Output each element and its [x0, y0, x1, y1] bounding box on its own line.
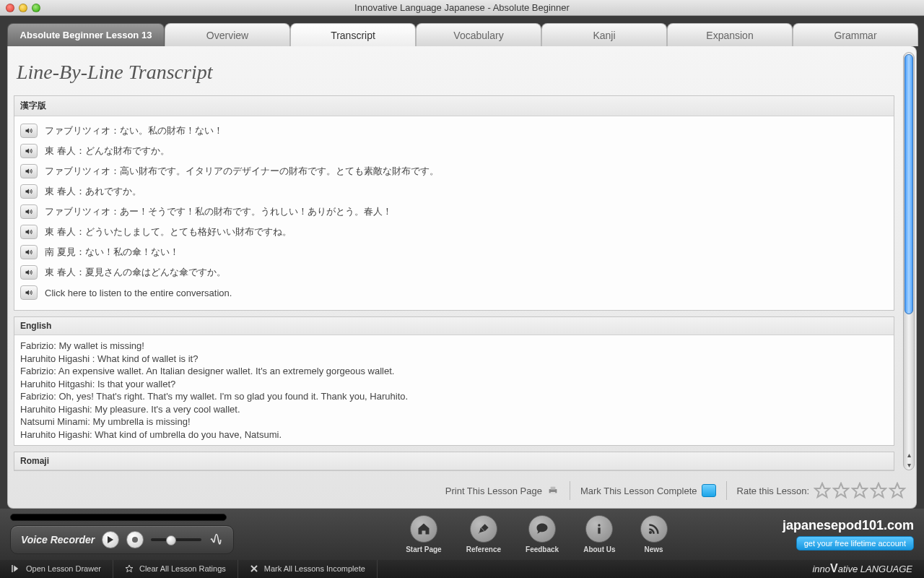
tab-kanji[interactable]: Kanji: [541, 23, 667, 46]
english-line: Haruhito Hitgashi: Is that your wallet?: [20, 378, 888, 391]
voice-recorder: Voice Recorder: [10, 525, 234, 554]
nav-reference[interactable]: Reference: [466, 515, 501, 553]
minimize-window-button[interactable]: [19, 4, 27, 12]
play-line-button[interactable]: [20, 285, 38, 300]
tab-vocabulary[interactable]: Vocabulary: [416, 23, 541, 46]
transcript-text: ファブリツィオ：ない。私の財布！ない！: [45, 124, 223, 137]
transcript-text: ファブリツィオ：高い財布です。イタリアのデザイナーの財布です。とても素敵な財布で…: [45, 165, 439, 178]
nav-feedback[interactable]: Feedback: [526, 515, 559, 553]
home-icon: [417, 522, 431, 536]
nav-label: Reference: [466, 545, 501, 553]
svg-marker-5: [853, 483, 867, 497]
scroll-up-arrow-icon[interactable]: ▴: [904, 449, 914, 460]
rate-star-1[interactable]: [814, 482, 831, 499]
print-lesson-button[interactable]: Print This Lesson Page: [445, 485, 559, 496]
record-button[interactable]: [126, 531, 144, 548]
print-lesson-label: Print This Lesson Page: [445, 486, 542, 496]
divider: [726, 481, 727, 500]
mark-incomplete-button[interactable]: Mark All Lessons Incomplete: [238, 560, 378, 578]
x-icon: [250, 564, 258, 573]
clear-ratings-button[interactable]: Clear All Lesson Ratings: [113, 560, 238, 578]
transcript-line: 南 夏見：ない！私の傘！ない！: [20, 242, 888, 262]
brand-site: japanesepod101.com: [783, 518, 914, 533]
nav-label: About Us: [583, 545, 615, 553]
kanji-block-title: 漢字版: [14, 96, 894, 116]
romaji-block-title: Romaji: [14, 452, 894, 470]
nav-label: Start Page: [406, 545, 441, 553]
play-line-button[interactable]: [20, 245, 38, 259]
transcript-line: Click here to listen to the entire conve…: [20, 282, 888, 303]
tab-expansion[interactable]: Expansion: [667, 23, 793, 46]
svg-point-12: [649, 531, 652, 534]
english-line: Fabrizio: My wallet is missing!: [20, 340, 888, 353]
transcript-text[interactable]: Click here to listen to the entire conve…: [45, 288, 232, 298]
transcript-text: 東 春人：あれですか。: [45, 185, 141, 198]
zoom-window-button[interactable]: [32, 4, 40, 12]
sound-wave-icon: [209, 532, 223, 547]
brand-box: japanesepod101.com get your free lifetim…: [783, 518, 914, 551]
playback-progress[interactable]: [10, 514, 227, 521]
svg-marker-8: [108, 536, 113, 543]
rate-star-3[interactable]: [851, 482, 868, 499]
scroll-down-arrow-icon[interactable]: ▾: [904, 460, 914, 470]
tab-grammar[interactable]: Grammar: [793, 23, 918, 46]
record-icon: [131, 536, 139, 543]
english-block-title: English: [14, 317, 894, 335]
status-bar: Open Lesson Drawer Clear All Lesson Rati…: [0, 560, 924, 578]
play-button[interactable]: [102, 531, 119, 548]
transcript-line: 東 春人：どういたしまして。とても格好いい財布ですね。: [20, 222, 888, 242]
transcript-text: ファブリツィオ：あー！そうです！私の財布です。うれしい！ありがとう。春人！: [45, 205, 392, 218]
transcript-line: ファブリツィオ：あー！そうです！私の財布です。うれしい！ありがとう。春人！: [20, 202, 888, 222]
svg-rect-11: [598, 527, 601, 533]
svg-marker-7: [890, 483, 905, 497]
transcript-line: ファブリツィオ：ない。私の財布！ない！: [20, 121, 888, 141]
svg-marker-6: [871, 483, 886, 497]
play-line-button[interactable]: [20, 164, 38, 178]
star-outline-icon: [125, 564, 134, 573]
transcript-text: 南 夏見：ない！私の傘！ない！: [45, 246, 179, 259]
vertical-scrollbar[interactable]: ▴ ▾: [903, 52, 915, 470]
free-account-button[interactable]: get your free lifetime account: [796, 536, 914, 551]
lesson-indicator-tab: Absolute Beginner Lesson 13: [7, 23, 165, 46]
rate-star-5[interactable]: [889, 482, 906, 499]
divider: [570, 481, 570, 500]
toolbar: Voice Recorder Start Page Reference Feed…: [0, 509, 924, 560]
close-window-button[interactable]: [6, 4, 14, 12]
speech-bubble-icon: [535, 522, 549, 536]
play-line-button[interactable]: [20, 265, 38, 280]
english-line: Natsumi Minami: My umbrella is missing!: [20, 415, 888, 428]
content-panel: Line-By-Line Transcript 漢字版 ファブリツィオ：ない。私…: [7, 46, 917, 509]
tab-overview[interactable]: Overview: [165, 23, 290, 46]
transcript-line: 東 春人：どんな財布ですか。: [20, 141, 888, 161]
panel-action-bar: Print This Lesson Page Mark This Lesson …: [14, 477, 910, 507]
play-line-button[interactable]: [20, 124, 38, 138]
transcript-line: 東 春人：あれですか。: [20, 181, 888, 202]
page-heading: Line-By-Line Transcript: [14, 52, 894, 95]
window-title: Innovative Language Japanese - Absolute …: [0, 2, 924, 13]
mark-complete-label: Mark This Lesson Complete: [580, 486, 697, 496]
svg-marker-13: [126, 565, 133, 572]
english-line: Fabrizio: Oh, yes! That's right. That's …: [20, 390, 888, 403]
rate-star-4[interactable]: [870, 482, 887, 499]
nav-about[interactable]: About Us: [583, 515, 615, 553]
rss-icon: [647, 522, 661, 536]
tab-transcript[interactable]: Transcript: [290, 23, 416, 46]
rate-star-2[interactable]: [832, 482, 850, 499]
volume-slider[interactable]: [151, 538, 201, 541]
svg-point-10: [598, 524, 601, 526]
play-line-button[interactable]: [20, 144, 38, 158]
nav-start-page[interactable]: Start Page: [406, 515, 441, 553]
open-lesson-drawer-button[interactable]: Open Lesson Drawer: [0, 560, 113, 578]
transcript-text: 東 春人：夏見さんの傘はどんな傘ですか。: [45, 266, 226, 279]
rate-lesson-label: Rate this Lesson:: [737, 486, 809, 496]
play-line-button[interactable]: [20, 225, 38, 239]
mark-complete-button[interactable]: Mark This Lesson Complete: [580, 484, 716, 497]
status-label: Open Lesson Drawer: [26, 564, 101, 573]
scrollbar-thumb[interactable]: [905, 54, 913, 314]
play-line-button[interactable]: [20, 184, 38, 199]
english-line: Haruhito Higashi: My pleasure. It's a ve…: [20, 403, 888, 416]
svg-marker-3: [815, 483, 829, 497]
nav-news[interactable]: News: [640, 515, 668, 553]
play-icon: [107, 536, 114, 543]
play-line-button[interactable]: [20, 204, 38, 219]
